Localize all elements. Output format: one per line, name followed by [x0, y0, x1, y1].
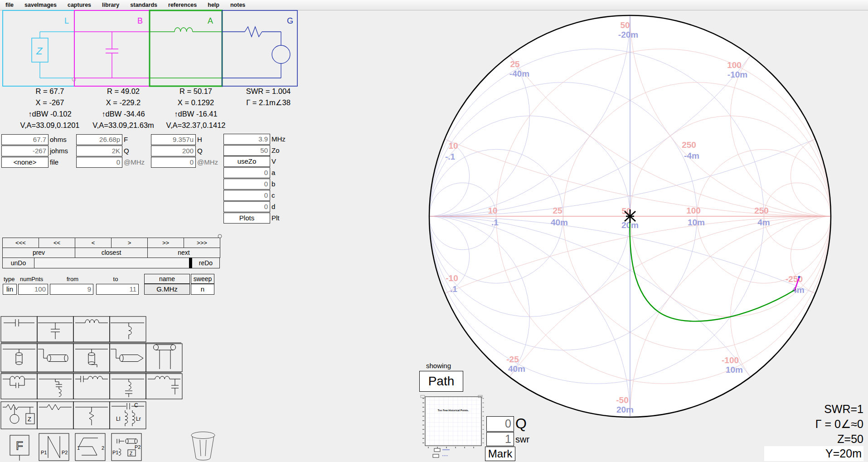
palette-transformer[interactable] [110, 402, 146, 429]
a-q-field[interactable]: 200 [151, 146, 196, 156]
palette-generator-load[interactable] [1, 402, 37, 429]
g-frequency-field[interactable]: 3.9 [223, 134, 270, 145]
smith-chart[interactable]: 50 -20m 25 -40m 100 -10m 10 -.1 250 -4m … [419, 5, 866, 431]
nav-prev-button[interactable]: prev [2, 248, 75, 258]
b-capacitance-field[interactable]: 26.68p [76, 134, 122, 145]
load-file-field[interactable]: <none> [1, 157, 48, 168]
sweep-n-field[interactable]: n [191, 284, 214, 295]
nav-handle-icon[interactable] [217, 233, 224, 240]
palette-shunt-series-lc[interactable] [37, 374, 73, 399]
smith-label-bl-g: 40m [508, 364, 525, 374]
readout-l-va: V,A=33.09,0.1201 [11, 121, 88, 130]
palette-f-glyph: F [16, 439, 23, 452]
smith-label-ax4-g: 4m [757, 218, 770, 227]
load-r-field[interactable]: 67.7 [1, 134, 48, 145]
palette-s-2-label: 2 [102, 445, 104, 451]
readout-a-dbw: ↑dBW -16.41 [157, 110, 234, 118]
b-q-field[interactable]: 2K [76, 146, 122, 156]
nav-closest-button[interactable]: closest [75, 248, 148, 258]
trash-icon[interactable] [191, 432, 215, 461]
g-usezo-button[interactable]: useZo [223, 156, 270, 167]
sweep-sweep-header: sweep [191, 274, 214, 284]
palette-series-capacitor[interactable] [1, 316, 37, 342]
path-display-button[interactable]: Path [419, 371, 463, 392]
palette-n-p1-label: P1 [41, 450, 47, 455]
a-atmhz-field[interactable]: 0 [151, 157, 196, 168]
sweep-numpnts-field[interactable]: 100 [18, 284, 48, 295]
redo-button[interactable]: reDo [192, 258, 220, 268]
g-a-field[interactable]: 0 [223, 167, 270, 178]
smith-label-ul-g: -.1 [445, 152, 456, 161]
circuit-block-generator[interactable]: G [222, 10, 297, 86]
sweep-name-field[interactable]: G.MHz [144, 284, 190, 295]
nav-back10-button[interactable]: << [39, 238, 75, 248]
palette-transformer-ll-label: Ll [116, 416, 120, 422]
block-label-l: L [64, 16, 69, 25]
smith-label-tr-g: -10m [727, 70, 747, 79]
palette-shunt-lc[interactable] [110, 374, 146, 399]
g-d-field[interactable]: 0 [223, 201, 270, 212]
mini-plot-legend[interactable] [433, 448, 450, 457]
g-b-unit: b [272, 179, 275, 190]
g-frequency-unit: MHz [272, 134, 286, 145]
sweep-to-field[interactable]: 11 [96, 284, 139, 295]
nav-back-button[interactable]: < [75, 238, 112, 248]
nav-first-button[interactable]: <<< [2, 238, 39, 248]
q-field[interactable]: 0 [486, 416, 514, 432]
a-inductance-unit: H [197, 134, 202, 145]
circuit-block-a-series-inductor[interactable]: A [150, 10, 222, 86]
sweep-from-field[interactable]: 9 [50, 284, 93, 295]
a-inductance-field[interactable]: 9.357u [151, 134, 196, 145]
undo-button[interactable]: unDo [2, 258, 34, 268]
palette-series-resistor[interactable] [37, 402, 73, 429]
palette-transformer-c-label: C [134, 402, 138, 409]
smith-label-ur-r: 250 [682, 140, 696, 150]
circuit-block-load[interactable]: L Z [3, 10, 74, 86]
nav-fwd10-button[interactable]: >> [147, 238, 184, 248]
load-r-unit: ohms [50, 134, 67, 145]
g-plt-unit: Plt [272, 213, 280, 224]
palette-shunt-inductor[interactable] [110, 316, 146, 342]
g-plots-button[interactable]: Plots [223, 213, 270, 224]
palette-row5: F P1 P2 1 2 Z P1 P2 [10, 433, 141, 461]
nav-last-button[interactable]: >>> [184, 238, 220, 248]
palette-row3 [1, 374, 182, 399]
palette-balun[interactable] [146, 344, 182, 372]
palette-transmission-line[interactable] [110, 344, 146, 372]
b-capacitance-unit: F [124, 134, 128, 145]
swr-unit-label: swr [515, 434, 529, 445]
nav-fwd-button[interactable]: > [111, 238, 148, 248]
palette-load-z-label: Z [28, 416, 31, 423]
palette-transformer-lr-label: Lr [136, 416, 141, 422]
mark-button[interactable]: Mark [485, 447, 515, 461]
undo-history-bar[interactable] [34, 258, 189, 268]
smith-label-br-r: -100 [722, 355, 739, 365]
palette-shorted-stub[interactable] [73, 344, 110, 372]
smith-label-lr-r: -250 [786, 274, 803, 284]
palette-open-stub[interactable] [1, 344, 37, 372]
load-z-symbol: Z [36, 45, 43, 57]
readout-b-dbw: ↑dBW -34.46 [85, 110, 162, 118]
history-mini-plot: Too Few Historical Points. [417, 394, 490, 462]
smith-label-ll-g: .1 [450, 284, 457, 294]
simsmith-app: { "menu": {"items": ["file","saveImages"… [0, 0, 868, 462]
swr-field[interactable]: 1 [486, 432, 514, 446]
palette-series-cl[interactable] [73, 374, 110, 399]
sweep-type-field[interactable]: lin [3, 284, 17, 295]
block-label-g: G [287, 16, 293, 25]
g-b-field[interactable]: 0 [223, 179, 270, 190]
circuit-block-b-shunt-cap[interactable]: B [74, 10, 150, 86]
smith-label-top-g: -20m [618, 30, 638, 39]
palette-row4: Z C Ll Lr [1, 402, 146, 429]
b-atmhz-field[interactable]: 0 [76, 157, 122, 168]
g-zo-field[interactable]: 50 [223, 145, 270, 156]
palette-series-inductor[interactable] [73, 316, 110, 342]
status-y-field[interactable]: Y=20m [764, 446, 863, 461]
readout-b-va: V,A=33.09,21.63m [85, 121, 162, 130]
g-d-unit: d [272, 201, 275, 212]
nav-next-button[interactable]: next [147, 248, 220, 258]
readout-a-r: R = 50.17 [157, 87, 234, 96]
g-c-field[interactable]: 0 [223, 190, 270, 201]
smith-label-top-r: 50 [620, 20, 630, 30]
load-x-field[interactable]: -267 [1, 146, 48, 156]
